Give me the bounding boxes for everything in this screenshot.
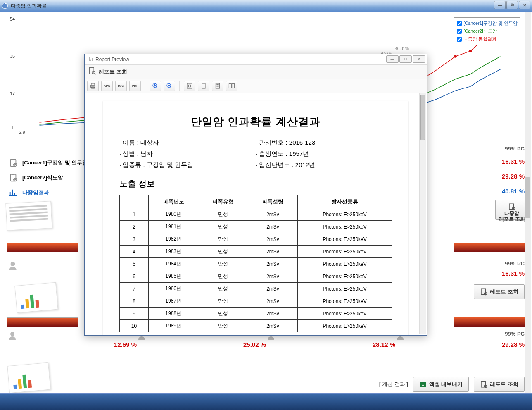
clipboard-icon [7, 157, 19, 169]
svg-point-22 [92, 71, 95, 74]
legend-checkbox-cancer2[interactable] [457, 29, 462, 34]
svg-rect-23 [91, 83, 95, 85]
table-cell: 1980년 [149, 208, 198, 221]
pc-value: 16.31 % [442, 270, 525, 277]
multi-report-button[interactable]: 다중암 레포트 조회 [495, 200, 529, 220]
export-xps-button[interactable]: XPS [101, 81, 113, 91]
report-button-label: 레포트 조회 [490, 381, 518, 388]
th-dose: 피폭선량 [248, 195, 297, 208]
view-page-button[interactable] [198, 81, 209, 91]
modal-scrollbar[interactable] [419, 93, 426, 334]
info-mgmt-no: · 관리번호 : 2016-123 [256, 139, 392, 147]
table-cell: 2mSv [248, 208, 297, 221]
table-cell: 6 [120, 270, 149, 283]
maximize-button[interactable]: ⧉ [506, 1, 518, 9]
export-pdf-button[interactable]: PDF [129, 81, 141, 91]
th-index [120, 195, 149, 208]
info-gender: · 성별 : 남자 [119, 150, 256, 158]
export-img-button[interactable]: IMG [115, 81, 127, 91]
report-page: 단일암 인과확률 계산결과 · 이름 : 대상자 · 관리번호 : 2016-1… [103, 101, 408, 335]
legend-label: [Cancer2]식도암 [463, 28, 497, 34]
doc-thumbnail[interactable] [4, 199, 54, 232]
pc-value-cancer2: 29.28 % [450, 173, 525, 180]
svg-point-2 [454, 55, 457, 58]
table-cell: 만성 [198, 208, 248, 221]
table-cell: 1986년 [149, 283, 198, 295]
pc-value-combined: 40.81 % [450, 188, 525, 195]
table-cell: 만성 [198, 308, 248, 320]
table-cell: Photons: E>250keV [298, 258, 392, 270]
footer-actions: [ 계산 결과 ] X 엑셀 내보내기 레포트 조회 [379, 377, 525, 392]
table-cell: 1981년 [149, 221, 198, 233]
table-row: 21981년만성2mSvPhotons: E>250keV [120, 221, 392, 233]
table-cell: 2mSv [248, 246, 297, 258]
svg-rect-8 [509, 204, 514, 210]
table-cell: 1988년 [149, 308, 198, 320]
zoom-in-button[interactable] [150, 81, 161, 91]
table-cell: 8 [120, 295, 149, 308]
table-cell: Photons: E>250keV [298, 270, 392, 283]
multi-report-line2: 레포트 조회 [499, 216, 525, 222]
print-button[interactable] [87, 81, 99, 91]
x-tick: -2.9 [17, 130, 25, 135]
table-cell: Photons: E>250keV [298, 283, 392, 295]
zoom-out-button[interactable] [164, 81, 175, 91]
minimize-button[interactable]: — [494, 1, 506, 9]
svg-point-10 [11, 262, 15, 266]
multi-report-line1: 다중암 [504, 210, 519, 216]
modal-close-button[interactable]: ✕ [413, 55, 425, 63]
excel-button-label: 엑셀 내보내기 [429, 381, 463, 388]
view-double-button[interactable] [226, 81, 238, 91]
exposure-table: 피폭년도 피폭유형 피폭선량 방사선종류 11980년만성2mSvPhotons… [119, 195, 392, 332]
modal-minimize-button[interactable]: — [386, 55, 399, 63]
modal-header: 레포트 조회 [85, 65, 427, 79]
svg-text:X: X [422, 383, 424, 387]
result-label: [Cancer1]구강암 및 인두암 [22, 159, 88, 167]
legend-checkbox-combined[interactable] [457, 37, 462, 42]
report-button-label: 레포트 조회 [490, 288, 518, 296]
table-cell: 2mSv [248, 295, 297, 308]
clipboard-icon [7, 172, 19, 184]
info-name: · 이름 : 대상자 [119, 139, 256, 147]
table-row: 11980년만성2mSvPhotons: E>250keV [120, 208, 392, 221]
modal-toolbar: XPS IMG PDF [85, 79, 427, 93]
svg-point-13 [10, 332, 14, 336]
table-cell: 1982년 [149, 233, 198, 246]
modal-body[interactable]: 단일암 인과확률 계산결과 · 이름 : 대상자 · 관리번호 : 2016-1… [85, 93, 427, 335]
close-button[interactable]: ✕ [519, 1, 530, 9]
modal-header-label: 레포트 조회 [99, 68, 127, 76]
legend-label: 다중암 통합결과 [463, 36, 496, 42]
table-cell: 2mSv [248, 221, 297, 233]
table-cell: 만성 [198, 233, 248, 246]
excel-export-button[interactable]: X 엑셀 내보내기 [413, 377, 469, 392]
chart-legend: [Cancer1]구강암 및 인두암 [Cancer2]식도암 다중암 통합결과 [454, 17, 520, 45]
view-single-button[interactable] [212, 81, 223, 91]
pc-header: 99% PC [442, 260, 525, 267]
table-cell: 9 [120, 308, 149, 320]
pc-col-value: 28.12 % [266, 341, 395, 348]
svg-point-3 [469, 50, 472, 52]
legend-checkbox-cancer1[interactable] [457, 21, 462, 26]
th-radiation: 방사선종류 [298, 195, 392, 208]
table-cell: 만성 [198, 295, 248, 308]
table-cell: 2mSv [248, 233, 297, 246]
svg-rect-19 [481, 381, 486, 387]
pc-col-value: 25.02 % [137, 341, 266, 348]
barchart-icon [7, 187, 19, 198]
table-row: 51984년만성2mSvPhotons: E>250keV [120, 258, 392, 270]
modal-maximize-button[interactable]: □ [399, 55, 412, 63]
report-view-button-footer[interactable]: 레포트 조회 [474, 377, 525, 392]
table-cell: 2mSv [248, 283, 297, 295]
main-scrollbar[interactable] [525, 12, 531, 393]
pc-header: 99% PC [450, 145, 525, 152]
pc-value-cancer1: 16.31 % [450, 158, 525, 165]
table-cell: Photons: E>250keV [298, 320, 392, 332]
chart-thumbnail[interactable] [4, 361, 54, 394]
table-cell: 1 [120, 208, 149, 221]
table-header-row: 피폭년도 피폭유형 피폭선량 방사선종류 [120, 195, 392, 208]
table-row: 41983년만성2mSvPhotons: E>250keV [120, 246, 392, 258]
chart-thumbnail[interactable] [12, 281, 61, 314]
report-view-button[interactable]: 레포트 조회 [474, 284, 525, 299]
main-window-title: 다중암 인과확률 [11, 2, 47, 10]
view-fit-button[interactable] [184, 81, 195, 91]
